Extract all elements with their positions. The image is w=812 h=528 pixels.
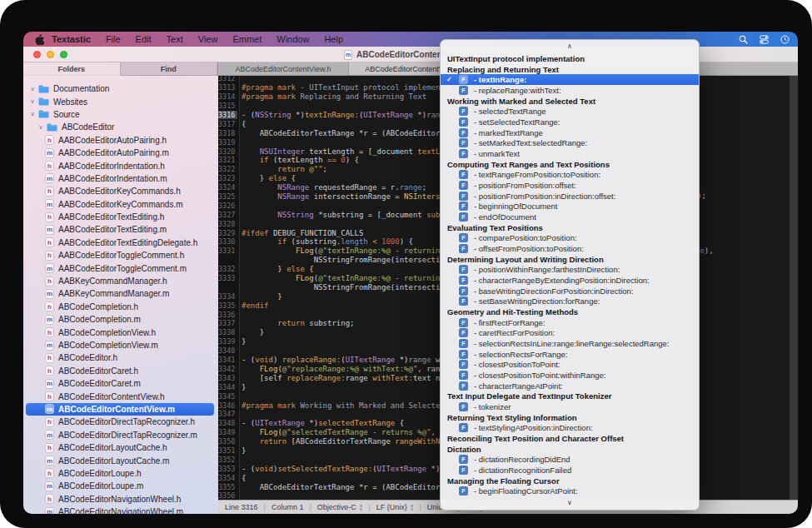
folder-row-documentation[interactable]: ∨Documentation bbox=[23, 82, 218, 95]
function-badge-icon: F bbox=[459, 149, 468, 158]
file-row-abcodeeditorlayoutcache-m[interactable]: mABCodeEditorLayoutCache.m bbox=[23, 454, 218, 466]
popup-method-tokenizer[interactable]: F- tokenizer bbox=[441, 401, 699, 412]
popup-method-caretrectforposition[interactable]: F- caretRectForPosition: bbox=[441, 327, 699, 338]
file-row-abcodeeditordirecttaprecognizer-h[interactable]: hABCodeEditorDirectTapRecognizer.h bbox=[23, 416, 218, 428]
chevron-down-icon[interactable]: ∨ bbox=[28, 98, 37, 105]
file-row-aabkeycommandmanager-h[interactable]: hAABKeyCommandManager.h bbox=[23, 275, 218, 287]
popup-method-selectedtextrange[interactable]: F- selectedTextRange bbox=[441, 106, 699, 117]
file-row-abcodeeditorlayoutcache-h[interactable]: hABCodeEditorLayoutCache.h bbox=[23, 441, 218, 454]
file-row-aabcodeeditortogglecomment-h[interactable]: hAABCodeEditorToggleComment.h bbox=[23, 249, 218, 262]
popup-method-setselectedtextrange[interactable]: F- setSelectedTextRange: bbox=[441, 117, 699, 127]
line-number: 3345 bbox=[218, 392, 237, 401]
popup-method-selectionrectsinline-range-linerange-selectedrange[interactable]: F- selectionRectsInLine:range:lineRange:… bbox=[441, 338, 699, 349]
menu-file[interactable]: File bbox=[98, 32, 128, 47]
function-badge-icon: F bbox=[459, 371, 468, 380]
file-row-abcodecompletionview-h[interactable]: hABCodeCompletionView.h bbox=[23, 326, 218, 338]
popup-method-compareposition-toposition[interactable]: F- comparePosition:toPosition: bbox=[441, 232, 699, 243]
file-row-aabcodeeditorautopairing-m[interactable]: mAABCodeEditorAutoPairing.m bbox=[23, 147, 218, 159]
clock-icon[interactable] bbox=[780, 35, 790, 44]
file-row-aabkeycommandmanager-m[interactable]: mAABKeyCommandManager.m bbox=[23, 287, 218, 300]
popup-method-setmarkedtext-selectedrange[interactable]: F- setMarkedText:selectedRange: bbox=[441, 137, 699, 148]
apple-menu-icon[interactable] bbox=[34, 33, 44, 45]
scroll-up-icon[interactable]: ∧ bbox=[441, 42, 699, 51]
status-objective-c[interactable]: Objective-C∧∨ bbox=[317, 503, 363, 511]
file-row-aabcodeeditorkeycommands-h[interactable]: hAABCodeEditorKeyCommands.h bbox=[23, 185, 218, 197]
close-button[interactable] bbox=[33, 51, 41, 58]
menu-window[interactable]: Window bbox=[269, 32, 316, 47]
file-row-abcodecompletion-m[interactable]: mABCodeCompletion.m bbox=[23, 313, 218, 326]
chevron-down-icon[interactable]: ∨ bbox=[37, 124, 45, 131]
popup-method-positionfromposition-offset[interactable]: F- positionFromPosition:offset: bbox=[441, 180, 699, 191]
popup-method-textinrange[interactable]: ✓F- textInRange: bbox=[441, 74, 699, 85]
file-row-abcodeeditornavigationwheel-m[interactable]: mABCodeEditorNavigationWheel.m bbox=[23, 506, 218, 514]
menu-emmet[interactable]: Emmet bbox=[225, 32, 269, 47]
popup-method-dictationrecordingdidend[interactable]: F- dictationRecordingDidEnd bbox=[441, 455, 699, 466]
scroll-down-icon[interactable]: ∨ bbox=[441, 499, 699, 507]
file-row-aabcodeeditortextediting-h[interactable]: hAABCodeEditorTextEditing.h bbox=[23, 211, 218, 223]
function-badge-icon: F bbox=[459, 212, 468, 222]
editor-scrollbar[interactable] bbox=[790, 76, 798, 500]
popup-method-beginfloatingcursoratpoint[interactable]: F- beginFloatingCursorAtPoint: bbox=[441, 486, 699, 497]
search-icon[interactable] bbox=[739, 35, 748, 44]
status-lf-unix[interactable]: LF (Unix)∧∨ bbox=[376, 503, 414, 511]
file-row-aabcodeeditorkeycommands-m[interactable]: mAABCodeEditorKeyCommands.m bbox=[23, 198, 218, 211]
popup-method-textrangefromposition-toposition[interactable]: F- textRangeFromPosition:toPosition: bbox=[441, 169, 699, 180]
folder-row-websites[interactable]: ∨Websites bbox=[23, 95, 218, 107]
editor-tab-abcodeeditorcontentview-h[interactable]: ABCodeEditorContentView.h bbox=[218, 62, 349, 75]
popup-method-closestpositiontopoint[interactable]: F- closestPositionToPoint: bbox=[441, 359, 699, 370]
menu-textastic[interactable]: Textastic bbox=[44, 32, 98, 47]
file-row-abcodeeditorcaret-m[interactable]: mABCodeEditorCaret.m bbox=[23, 377, 218, 390]
file-tree-label: ABCodeEditorContentView.m bbox=[58, 405, 175, 414]
file-row-abcodeeditorcontentview-m[interactable]: mABCodeEditorContentView.m bbox=[23, 403, 218, 416]
popup-method-beginningofdocument[interactable]: F- beginningOfDocument bbox=[441, 201, 699, 212]
file-row-aabcodeeditorautopairing-h[interactable]: hAABCodeEditorAutoPairing.h bbox=[23, 134, 218, 147]
popup-method-setbasewritingdirection-forrange[interactable]: F- setBaseWritingDirection:forRange: bbox=[441, 296, 699, 306]
file-row-aabcodeeditorindentation-h[interactable]: hAABCodeEditorIndentation.h bbox=[23, 159, 218, 172]
status-line-3316: Line 3316 bbox=[225, 503, 258, 511]
file-row-abcodecompletionview-m[interactable]: mABCodeCompletionView.m bbox=[23, 339, 218, 351]
popup-method-closestpositiontopoint-withinrange[interactable]: F- closestPositionToPoint:withinRange: bbox=[441, 370, 699, 381]
minimize-button[interactable] bbox=[47, 51, 54, 58]
file-row-abcodeeditorloupe-m[interactable]: mABCodeEditorLoupe.m bbox=[23, 480, 218, 492]
file-row-abcodeeditor-h[interactable]: hABCodeEditor.h bbox=[23, 351, 218, 364]
file-row-abcodeeditordirecttaprecognizer-m[interactable]: mABCodeEditorDirectTapRecognizer.m bbox=[23, 429, 218, 441]
file-row-aabcodeeditortextediting-m[interactable]: mAABCodeEditorTextEditing.m bbox=[23, 223, 218, 236]
popup-method-replacerange-withtext[interactable]: F- replaceRange:withText: bbox=[441, 85, 699, 96]
popup-method-markedtextrange[interactable]: F- markedTextRange bbox=[441, 127, 699, 138]
file-row-aabcodeeditorindentation-m[interactable]: mAABCodeEditorIndentation.m bbox=[23, 172, 218, 185]
menu-view[interactable]: View bbox=[191, 32, 226, 47]
popup-method-characterrangeatpoint[interactable]: F- characterRangeAtPoint: bbox=[441, 381, 699, 391]
popup-method-basewritingdirectionforposition-indirection[interactable]: F- baseWritingDirectionForPosition:inDir… bbox=[441, 286, 699, 296]
popup-method-characterrangebyextendingposition-indirection[interactable]: F- characterRangeByExtendingPosition:inD… bbox=[441, 275, 699, 286]
popup-method-textstylingatposition-indirection[interactable]: F- textStylingAtPosition:inDirection: bbox=[441, 423, 699, 434]
file-row-abcodeeditorcaret-h[interactable]: hABCodeEditorCaret.h bbox=[23, 365, 218, 377]
sidebar-tab-folders[interactable]: Folders bbox=[23, 62, 121, 76]
line-number: 3325 bbox=[218, 192, 237, 201]
popup-method-selectionrectsforrange[interactable]: F- selectionRectsForRange: bbox=[441, 349, 699, 360]
zoom-button[interactable] bbox=[60, 51, 67, 58]
popup-method-offsetfromposition-toposition[interactable]: F- offsetFromPosition:toPosition: bbox=[441, 243, 699, 254]
menu-edit[interactable]: Edit bbox=[128, 32, 159, 47]
file-row-abcodeeditornavigationwheel-h[interactable]: hABCodeEditorNavigationWheel.h bbox=[23, 493, 218, 506]
popup-method-positionfromposition-indirection-offset[interactable]: F- positionFromPosition:inDirection:offs… bbox=[441, 191, 699, 202]
chevron-down-icon[interactable]: ∨ bbox=[28, 86, 37, 92]
popup-method-endofdocument[interactable]: F- endOfDocument bbox=[441, 212, 699, 222]
file-row-aabcodeeditortexteditingdelegate-h[interactable]: hAABCodeEditorTextEditingDelegate.h bbox=[23, 237, 218, 249]
chevron-down-icon[interactable]: ∨ bbox=[28, 111, 37, 117]
file-row-abcodeeditorloupe-h[interactable]: hABCodeEditorLoupe.h bbox=[23, 467, 218, 480]
popup-method-dictationrecognitionfailed[interactable]: F- dictationRecognitionFailed bbox=[441, 465, 699, 476]
h-file-icon: h bbox=[45, 187, 54, 197]
folder-row-source[interactable]: ∨Source bbox=[23, 108, 218, 121]
file-row-abcodeeditorcontentview-h[interactable]: hABCodeEditorContentView.h bbox=[23, 390, 218, 402]
file-row-abcodecompletion-h[interactable]: hABCodeCompletion.h bbox=[23, 301, 218, 313]
popup-method-positionwithinrange-farthestindirection[interactable]: F- positionWithinRange:farthestInDirecti… bbox=[441, 264, 699, 275]
control-center-icon[interactable] bbox=[760, 35, 769, 44]
m-file-proxy-icon[interactable]: m bbox=[344, 50, 352, 60]
popup-method-firstrectforrange[interactable]: F- firstRectForRange: bbox=[441, 317, 699, 328]
popup-method-unmarktext[interactable]: F- unmarkText bbox=[441, 148, 699, 159]
menu-help[interactable]: Help bbox=[316, 32, 351, 47]
file-row-aabcodeeditortogglecomment-m[interactable]: mAABCodeEditorToggleComment.m bbox=[23, 262, 218, 274]
menu-text[interactable]: Text bbox=[159, 32, 191, 47]
folder-row-abcodeeditor[interactable]: ∨ABCodeEditor bbox=[23, 121, 218, 133]
sidebar-tab-find[interactable]: Find bbox=[121, 62, 218, 76]
